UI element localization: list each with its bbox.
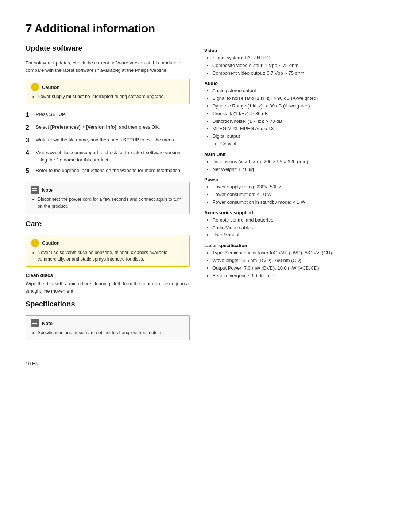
audio-item-6: Digital output Coaxial — [212, 133, 368, 148]
clean-discs-title: Clean discs — [26, 273, 190, 278]
video-label: Video — [204, 48, 368, 53]
video-item-2: Component video output: 0.7 Vpp ~ 75 ohm — [212, 70, 368, 77]
update-note-box: Note Disconnect the power cord for a few… — [26, 182, 190, 214]
video-item-0: Signal system: PAL / NTSC — [212, 54, 368, 62]
laser-list: Type: Semiconductor laser InGaAIP (DVD),… — [204, 249, 368, 279]
update-software-intro: For software updates, check the current … — [26, 59, 190, 74]
step-text-2: Select [Preferences] > [Version Info], a… — [36, 123, 160, 133]
update-note-item: Disconnect the power cord for a few seco… — [38, 196, 184, 210]
step-text-1: Press SETUP. — [36, 110, 66, 120]
update-note-label: Note — [42, 187, 53, 193]
main-unit-item-0: Dimensions (w × h × d): 260 × 55 × 220 (… — [212, 158, 368, 166]
audio-label: Audio — [204, 81, 368, 86]
step-num-5: 5 — [26, 166, 32, 176]
spec-note-list: Specification and design are subject to … — [31, 329, 184, 336]
caution-icon: ! — [31, 83, 39, 91]
audio-item-1: Signal to noise ratio (1 kHz): > 90 dB (… — [212, 95, 368, 102]
step-5: 5 Refer to the upgrade instructions on t… — [26, 166, 190, 176]
clean-discs-text: Wipe the disc with a micro fibre cleanin… — [26, 280, 190, 295]
power-list: Power supply rating: 230V, 50HZ Power co… — [204, 183, 368, 206]
laser-item-1: Wave length: 655 nm (DVD), 790 nm (CD) — [212, 257, 368, 265]
note-icon-2 — [31, 319, 39, 327]
caution-icon-2: ! — [31, 239, 39, 247]
accessories-item-1: Audio/Video cables — [212, 224, 368, 232]
step-1: 1 Press SETUP. — [26, 110, 190, 120]
audio-item-4: Distortion/noise: (1 kHz): > 70 dB — [212, 118, 368, 125]
update-caution-list: Power supply must not be interrupted dur… — [31, 93, 184, 100]
laser-label: Laser specification — [204, 243, 368, 248]
step-text-5: Refer to the upgrade instructions on the… — [36, 166, 182, 176]
video-list: Signal system: PAL / NTSC Composite vide… — [204, 54, 368, 77]
accessories-item-2: User Manual — [212, 231, 368, 239]
main-unit-list: Dimensions (w × h × d): 260 × 55 × 220 (… — [204, 158, 368, 173]
update-note-header: Note — [31, 186, 184, 194]
audio-item-0: Analog stereo output — [212, 87, 368, 95]
main-unit-item-1: Net Weight: 1.40 kg — [212, 166, 368, 173]
spec-note-item: Specification and design are subject to … — [38, 329, 184, 336]
step-num-2: 2 — [26, 123, 32, 133]
care-caution-header: ! Caution — [31, 239, 184, 247]
laser-section: Laser specification Type: Semiconductor … — [204, 243, 368, 279]
video-section: Video Signal system: PAL / NTSC Composit… — [204, 48, 368, 77]
step-num-1: 1 — [26, 110, 32, 120]
laser-item-3: Beam divergence: 60 degrees — [212, 272, 368, 280]
audio-item-2: Dynamic Range (1 kHz): > 80 dB (A-weight… — [212, 102, 368, 110]
right-column: Video Signal system: PAL / NTSC Composit… — [204, 44, 368, 346]
main-unit-section: Main Unit Dimensions (w × h × d): 260 × … — [204, 152, 368, 173]
step-text-4: Visit www.philips.com/support to check f… — [36, 148, 190, 163]
step-num-4: 4 — [26, 148, 32, 163]
laser-item-2: Output Power: 7.0 mW (DVD), 10.0 mW (VCD… — [212, 265, 368, 272]
power-item-1: Power consumption: < 10 W — [212, 191, 368, 199]
digital-sub-0: Coaxial — [220, 140, 368, 148]
accessories-label: Accessories supplied — [204, 210, 368, 215]
audio-list: Analog stereo output Signal to noise rat… — [204, 87, 368, 148]
laser-item-0: Type: Semiconductor laser InGaAIP (DVD),… — [212, 249, 368, 257]
care-title: Care — [26, 220, 190, 230]
care-caution-list: Never use solvents such as benzene, thin… — [31, 249, 184, 263]
step-2: 2 Select [Preferences] > [Version Info],… — [26, 123, 190, 133]
update-caution-label: Caution — [42, 85, 59, 90]
digital-sublist: Coaxial — [212, 140, 368, 148]
accessories-section: Accessories supplied Remote control and … — [204, 210, 368, 239]
power-section: Power Power supply rating: 230V, 50HZ Po… — [204, 177, 368, 206]
step-3: 3 Write down the file name, and then pre… — [26, 136, 190, 145]
step-text-3: Write down the file name, and then press… — [36, 136, 175, 145]
audio-section: Audio Analog stereo output Signal to noi… — [204, 81, 368, 148]
accessories-list: Remote control and batteries Audio/Video… — [204, 216, 368, 239]
spec-note-box: Note Specification and design are subjec… — [26, 315, 190, 340]
care-caution-item: Never use solvents such as benzene, thin… — [38, 249, 184, 263]
audio-item-3: Crosstalk (1 kHz): > 80 dB — [212, 110, 368, 118]
page-footer: 16 EN — [26, 361, 368, 366]
power-item-2: Power consumption in standby mode: < 1 W — [212, 199, 368, 206]
update-caution-item: Power supply must not be interrupted dur… — [38, 93, 184, 100]
update-caution-box: ! Caution Power supply must not be inter… — [26, 79, 190, 104]
power-label: Power — [204, 177, 368, 182]
power-item-0: Power supply rating: 230V, 50HZ — [212, 183, 368, 191]
update-steps-list: 1 Press SETUP. 2 Select [Preferences] > … — [26, 110, 190, 176]
step-4: 4 Visit www.philips.com/support to check… — [26, 148, 190, 163]
step-num-3: 3 — [26, 136, 32, 145]
update-software-title: Update software — [26, 44, 190, 54]
care-caution-box: ! Caution Never use solvents such as ben… — [26, 235, 190, 267]
audio-item-5: MPEG MP3: MPEG Audio L3 — [212, 125, 368, 133]
note-icon-1 — [31, 186, 39, 194]
main-unit-label: Main Unit — [204, 152, 368, 157]
spec-note-header: Note — [31, 319, 184, 327]
spec-note-label: Note — [42, 321, 53, 326]
left-column: Update software For software updates, ch… — [26, 44, 190, 346]
update-note-list: Disconnect the power cord for a few seco… — [31, 196, 184, 210]
update-caution-header: ! Caution — [31, 83, 184, 91]
care-caution-label: Caution — [42, 240, 59, 246]
accessories-item-0: Remote control and batteries — [212, 216, 368, 224]
chapter-title: 7 Additional information — [26, 22, 368, 35]
specifications-title: Specifications — [26, 300, 190, 310]
video-item-1: Composite video output: 1 Vpp ~ 75 ohm — [212, 62, 368, 70]
